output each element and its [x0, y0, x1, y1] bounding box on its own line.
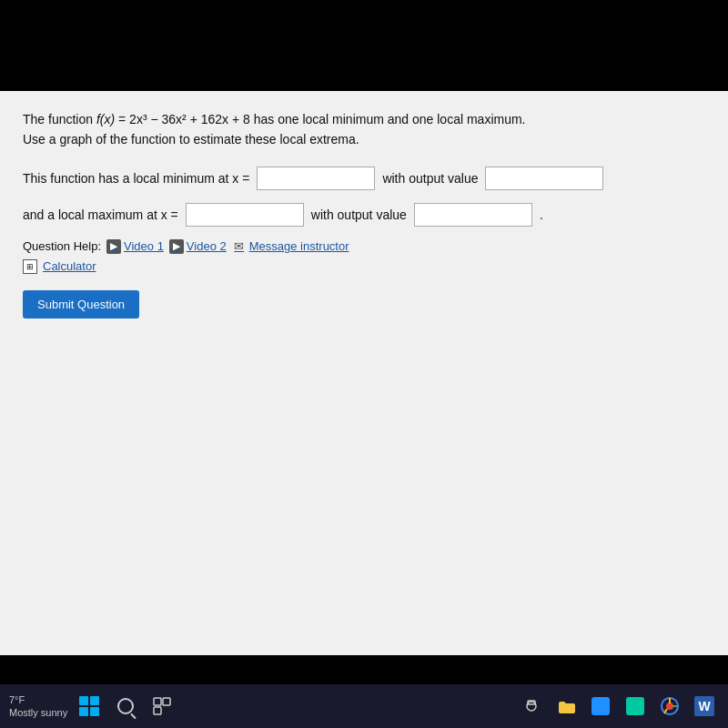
local-min-row: This function has a local minimum at x =… [23, 167, 705, 190]
problem-statement: The function f(x) = 2x³ − 36x² + 162x + … [23, 109, 705, 150]
security-taskbar-button[interactable] [621, 692, 650, 721]
output-value-label-1: with output value [382, 171, 478, 186]
taskview-icon [153, 697, 171, 715]
main-content: The function f(x) = 2x³ − 36x² + 162x + … [0, 91, 728, 655]
local-max-row: and a local maximum at x = with output v… [23, 203, 705, 227]
taskbar-right: W [517, 692, 719, 721]
svg-rect-1 [163, 698, 170, 705]
browser-taskbar-button[interactable] [655, 692, 684, 721]
windows-icon [79, 696, 99, 716]
taskview-button[interactable] [147, 692, 177, 721]
word-taskbar-button[interactable]: W [690, 692, 719, 721]
function-label: f(x) [96, 112, 115, 126]
calculator-link[interactable]: Calculator [43, 259, 96, 273]
video1-link[interactable]: ▶ Video 1 [106, 239, 164, 254]
calculator-label: Calculator [43, 259, 96, 273]
message-instructor-link[interactable]: ✉ Message instructor [232, 239, 349, 254]
intro-text-2: has one local minimum and one local maxi… [250, 112, 526, 126]
local-min-value-input[interactable] [485, 167, 603, 190]
local-min-x-input[interactable] [257, 167, 375, 190]
word-icon: W [694, 696, 714, 716]
svg-point-6 [666, 703, 673, 710]
security-icon [626, 697, 644, 715]
search-taskbar-button[interactable] [111, 692, 140, 721]
weather-widget: 7°F Mostly sunny [9, 693, 67, 720]
intro-text-3: Use a graph of the function to estimate … [23, 132, 359, 147]
question-help-label: Question Help: [23, 239, 101, 253]
svg-rect-0 [154, 698, 161, 705]
calculator-icon: ⊞ [23, 259, 37, 274]
camera-icon [521, 696, 541, 716]
camera-taskbar-button[interactable] [517, 692, 546, 721]
video1-icon: ▶ [106, 239, 121, 254]
mail-icon: ✉ [232, 239, 247, 254]
local-max-value-input[interactable] [414, 203, 532, 227]
local-max-x-input[interactable] [186, 203, 304, 227]
weather-temp: 7°F [9, 693, 67, 706]
output-value-label-2: with output value [311, 207, 407, 222]
weather-condition: Mostly sunny [9, 706, 67, 719]
local-max-label: and a local maximum at x = [23, 207, 178, 222]
browser-icon [660, 696, 680, 716]
search-taskbar-icon [117, 698, 134, 714]
video2-icon: ▶ [169, 239, 184, 254]
function-equation: = 2x³ − 36x² + 162x + 8 [115, 112, 250, 126]
local-min-label: This function has a local minimum at x = [23, 171, 249, 186]
message-instructor-label: Message instructor [249, 239, 349, 253]
taskbar: 7°F Mostly sunny [0, 684, 728, 728]
svg-rect-2 [154, 707, 161, 714]
video2-label: Video 2 [187, 239, 227, 253]
start-button[interactable] [75, 692, 104, 721]
intro-text-1: The function [23, 112, 96, 126]
store-icon [592, 697, 610, 715]
submit-button[interactable]: Submit Question [23, 290, 139, 318]
folder-taskbar-button[interactable] [551, 692, 581, 721]
video2-link[interactable]: ▶ Video 2 [169, 239, 227, 254]
calculator-row: ⊞ Calculator [23, 259, 705, 274]
question-help-row: Question Help: ▶ Video 1 ▶ Video 2 ✉ Mes… [23, 239, 705, 254]
folder-icon [556, 696, 576, 716]
video1-label: Video 1 [124, 239, 164, 253]
store-taskbar-button[interactable] [586, 692, 615, 721]
